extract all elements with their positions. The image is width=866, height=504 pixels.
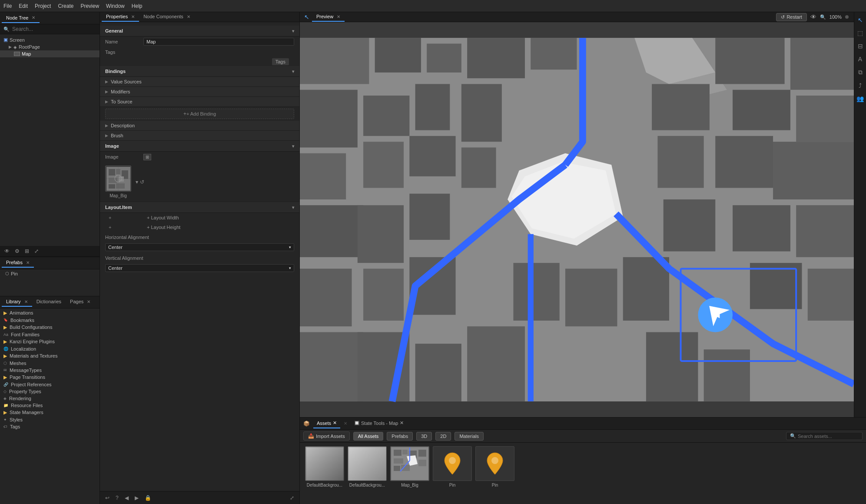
lock-icon-btn[interactable]: 🔒 [143, 494, 153, 502]
filter-materials-btn[interactable]: Materials [455, 432, 484, 441]
lib-item-materials[interactable]: ▶ Materials and Textures [0, 352, 100, 360]
lib-item-project-refs[interactable]: 🔗 Project References [0, 381, 100, 388]
lib-item-message-types[interactable]: ✉ MessageTypes [0, 367, 100, 374]
tab-pages[interactable]: Pages ✕ [66, 297, 95, 307]
tree-item-rootpage[interactable]: ▶ ◈ RootPage [0, 43, 100, 50]
lib-item-meshes[interactable]: ⬡ Meshes [0, 360, 100, 367]
image-reset-btn[interactable]: ⊞ [143, 154, 151, 160]
select-tool-btn[interactable]: ⬚ [856, 29, 864, 37]
lib-item-rendering[interactable]: ◈ Rendering [0, 395, 100, 402]
h-alignment-dropdown[interactable]: Center ▾ [105, 243, 294, 251]
prefab-pin-label: Pin [11, 271, 18, 276]
bindings-section-header[interactable]: Bindings ▾ [100, 66, 299, 77]
lib-item-bookmarks[interactable]: 🔖 Bookmarks [0, 317, 100, 324]
menu-file[interactable]: File [3, 3, 12, 9]
asset-item-defaultbg2[interactable]: DefaultBackgrou... [348, 446, 387, 501]
text-tool-btn[interactable]: A [857, 55, 863, 63]
menu-help[interactable]: Help [132, 3, 143, 9]
tags-button[interactable]: Tags [272, 58, 289, 65]
people-tool-btn[interactable]: 👥 [856, 94, 865, 103]
layout-item-section-header[interactable]: Layout.Item ▾ [100, 202, 299, 213]
properties-close-icon[interactable]: ✕ [131, 14, 135, 19]
restart-button[interactable]: ↺ Restart [776, 13, 806, 21]
pages-close-icon[interactable]: ✕ [87, 299, 90, 304]
lib-item-build-configs[interactable]: ▶ Build Configurations [0, 324, 100, 331]
prefabs-close-icon[interactable]: ✕ [26, 260, 30, 265]
lib-item-tags[interactable]: 🏷 Tags [0, 423, 100, 430]
tab-state-tools[interactable]: 🔲 State Tools - Map ✕ [351, 418, 407, 428]
menu-preview[interactable]: Preview [80, 3, 99, 9]
node-tree-close-icon[interactable]: ✕ [32, 15, 35, 20]
add-binding-button[interactable]: + + Add Binding [105, 109, 294, 119]
lib-item-resource-files[interactable]: 📁 Resource Files [0, 402, 100, 409]
search-input[interactable] [12, 26, 96, 32]
eye-preview-btn[interactable]: 👁 [810, 13, 816, 20]
filter-icon-btn[interactable]: ⚙ [13, 247, 21, 255]
menu-project[interactable]: Project [35, 3, 51, 9]
eye-icon-btn[interactable]: 👁 [3, 247, 11, 255]
lib-item-animations[interactable]: ▶ Animations [0, 309, 100, 317]
assets-search-input[interactable] [798, 434, 859, 439]
layout-tool-btn[interactable]: ⊟ [857, 42, 864, 50]
asset-item-pin1[interactable]: Pin [433, 446, 472, 501]
lib-item-font-families[interactable]: Aa Font Families [0, 331, 100, 338]
layers-tool-btn[interactable]: ⧉ [857, 68, 863, 77]
node-components-close-icon[interactable]: ✕ [187, 14, 190, 19]
asset-item-pin2[interactable]: Pin [475, 446, 514, 501]
next-node-btn[interactable]: ▶ [133, 494, 140, 502]
preview-close-icon[interactable]: ✕ [337, 14, 340, 19]
expand-icon-btn[interactable]: ⤢ [33, 247, 40, 255]
state-tools-close-icon[interactable]: ✕ [400, 420, 404, 426]
value-sources-row[interactable]: ▶ Value Sources [100, 77, 299, 87]
image-dropdown-btn[interactable]: ▾ [136, 179, 138, 185]
tab-node-tree[interactable]: Node Tree ✕ [2, 13, 40, 23]
prefab-pin[interactable]: ⬡ Pin [0, 270, 100, 277]
tab-node-components[interactable]: Node Components ✕ [139, 12, 195, 22]
tab-library[interactable]: Library ✕ [2, 297, 32, 307]
tab-assets[interactable]: Assets ✕ [313, 418, 340, 428]
tab-dictionaries[interactable]: Dictionaries [32, 297, 66, 307]
general-section-header[interactable]: General ▾ [100, 26, 299, 36]
filter-2d-btn[interactable]: 2D [435, 432, 451, 441]
library-close-icon[interactable]: ✕ [24, 299, 28, 304]
description-row[interactable]: ▶ Description [100, 121, 299, 131]
asset-item-mapbig[interactable]: Map_Big [390, 446, 429, 501]
filter-3d-btn[interactable]: 3D [416, 432, 432, 441]
lib-item-state-managers[interactable]: ▶ State Managers [0, 409, 100, 416]
lib-item-property-types[interactable]: ◇ Property Types [0, 388, 100, 395]
menu-window[interactable]: Window [106, 3, 125, 9]
image-thumbnail[interactable] [105, 166, 131, 192]
tree-item-screen[interactable]: ▣ Screen [0, 36, 100, 43]
menu-create[interactable]: Create [58, 3, 73, 9]
filter-all-assets-btn[interactable]: All Assets [353, 432, 384, 441]
lib-item-localization[interactable]: 🌐 Localization [0, 345, 100, 352]
v-alignment-dropdown[interactable]: Center ▾ [105, 264, 294, 272]
tab-properties[interactable]: Properties ✕ [102, 12, 139, 22]
tree-item-map[interactable]: Map [0, 50, 100, 57]
to-source-row[interactable]: ▶ To Source [100, 97, 299, 107]
prev-node-btn[interactable]: ◀ [123, 494, 130, 502]
assets-close-icon[interactable]: ✕ [333, 420, 337, 426]
image-refresh-btn[interactable]: ↺ [140, 179, 144, 185]
back-icon-btn[interactable]: ↩ [103, 494, 111, 502]
name-input[interactable] [143, 38, 294, 46]
tab-prefabs[interactable]: Prefabs ✕ [2, 258, 34, 268]
lib-item-styles[interactable]: ✦ Styles [0, 416, 100, 423]
image-section-header[interactable]: Image ▾ [100, 141, 299, 152]
tab-preview[interactable]: Preview ✕ [312, 12, 345, 22]
brush-row[interactable]: ▶ Brush [100, 131, 299, 141]
lib-item-page-transitions[interactable]: ▶ Page Transitions [0, 374, 100, 381]
share-tool-btn[interactable]: ⤴ [858, 81, 863, 90]
modifiers-row[interactable]: ▶ Modifiers [100, 87, 299, 97]
grid-icon-btn[interactable]: ⊞ [23, 247, 31, 255]
import-assets-button[interactable]: 📥 Import Assets [303, 431, 350, 441]
cursor-tool-btn[interactable]: ↖ [857, 16, 864, 24]
expand-props-btn[interactable]: ⤢ [288, 494, 296, 502]
menu-edit[interactable]: Edit [19, 3, 28, 9]
asset-item-defaultbg1[interactable]: DefaultBackgrou... [305, 446, 344, 501]
filter-prefabs-btn[interactable]: Prefabs [387, 432, 413, 441]
cursor-tool-icon[interactable]: ↖ [302, 13, 312, 20]
lib-item-kanzi-plugins[interactable]: ▶ Kanzi Engine Plugins [0, 338, 100, 345]
map-thumb-svg [106, 167, 130, 191]
help-icon-btn[interactable]: ? [114, 494, 120, 502]
